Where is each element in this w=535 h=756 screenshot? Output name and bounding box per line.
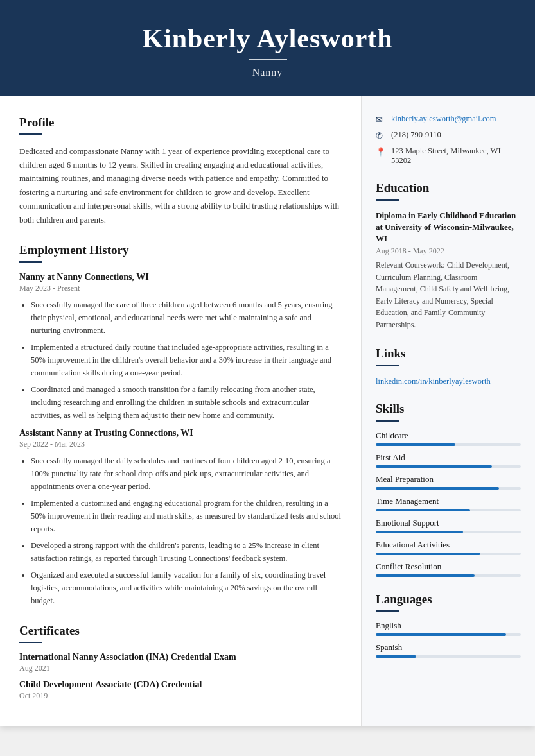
phone-icon: ✆ <box>376 131 386 141</box>
language-bar-bg <box>376 633 521 636</box>
skill-name: Educational Activities <box>376 540 521 550</box>
job-2: Assistant Nanny at Trusting Connections,… <box>19 428 342 607</box>
skill-bar-bg <box>376 509 521 511</box>
skill-name: Emotional Support <box>376 518 521 528</box>
language-bar-bg <box>376 655 521 658</box>
job-2-bullet-1: Successfully managed the daily schedules… <box>31 454 342 493</box>
languages-section: Languages English Spanish <box>376 592 521 658</box>
email-icon: ✉ <box>376 115 386 125</box>
language-item: Spanish <box>376 642 521 658</box>
edu-coursework: Relevant Coursework: Child Development, … <box>376 259 521 331</box>
edu-dates: Aug 2018 - May 2022 <box>376 246 521 256</box>
job-1-bullets: Successfully managed the care of three c… <box>19 298 342 422</box>
resume-body: Profile Dedicated and compassionate Nann… <box>0 96 535 726</box>
links-section: Links linkedin.com/in/kinberlyaylesworth <box>376 347 521 387</box>
job-1-bullet-2: Implemented a structured daily routine t… <box>31 341 342 379</box>
skills-title: Skills <box>376 402 521 416</box>
skills-rule <box>376 420 399 422</box>
resume-header: Kinberly Aylesworth Nanny <box>0 0 535 96</box>
language-bar-fill <box>376 633 506 636</box>
languages-rule <box>376 610 399 612</box>
job-1-title: Nanny at Nanny Connections, WI <box>19 272 342 282</box>
profile-rule <box>19 133 42 135</box>
job-2-bullets: Successfully managed the daily schedules… <box>19 454 342 607</box>
employment-rule <box>19 261 42 263</box>
skill-bar-bg <box>376 443 521 446</box>
job-1-bullet-1: Successfully managed the care of three c… <box>31 298 342 337</box>
skill-name: Conflict Resolution <box>376 562 521 572</box>
cert-1: International Nanny Association (INA) Cr… <box>19 652 342 673</box>
linkedin-link[interactable]: linkedin.com/in/kinberlyaylesworth <box>376 377 491 386</box>
skill-name: Childcare <box>376 431 521 441</box>
skill-bar-fill <box>376 574 475 577</box>
profile-text: Dedicated and compassionate Nanny with 1… <box>19 144 342 227</box>
job-1-dates: May 2023 - Present <box>19 284 342 293</box>
education-rule <box>376 199 399 201</box>
skill-bar-fill <box>376 531 463 533</box>
skill-item: Meal Preparation <box>376 474 521 490</box>
skill-bar-bg <box>376 465 521 468</box>
contact-section: ✉ kinberly.aylesworth@gmail.com ✆ (218) … <box>376 114 521 166</box>
skill-item: First Aid <box>376 452 521 468</box>
skills-section: Skills Childcare First Aid Meal Preparat… <box>376 402 521 577</box>
job-1: Nanny at Nanny Connections, WI May 2023 … <box>19 272 342 422</box>
links-title: Links <box>376 347 521 361</box>
language-item: English <box>376 621 521 636</box>
phone-number: (218) 790-9110 <box>391 130 441 140</box>
cert-1-title: International Nanny Association (INA) Cr… <box>19 652 342 662</box>
profile-title: Profile <box>19 116 342 130</box>
certificates-section: Certificates International Nanny Associa… <box>19 624 342 701</box>
skills-list: Childcare First Aid Meal Preparation Tim… <box>376 431 521 577</box>
skill-name: Time Management <box>376 496 521 506</box>
links-rule <box>376 365 399 366</box>
skill-bar-bg <box>376 487 521 490</box>
candidate-name: Kinberly Aylesworth <box>26 23 509 54</box>
skill-item: Educational Activities <box>376 540 521 555</box>
profile-section: Profile Dedicated and compassionate Nann… <box>19 116 342 227</box>
job-1-bullet-3: Coordinated and managed a smooth transit… <box>31 383 342 422</box>
left-column: Profile Dedicated and compassionate Nann… <box>0 96 362 726</box>
cert-2: Child Development Associate (CDA) Creden… <box>19 680 342 701</box>
skill-bar-bg <box>376 531 521 533</box>
resume-container: Kinberly Aylesworth Nanny Profile Dedica… <box>0 0 535 726</box>
skill-bar-bg <box>376 553 521 555</box>
location-icon: 📍 <box>376 147 386 157</box>
education-title: Education <box>376 181 521 195</box>
certificates-title: Certificates <box>19 624 342 638</box>
certificates-rule <box>19 642 42 644</box>
job-2-title: Assistant Nanny at Trusting Connections,… <box>19 428 342 438</box>
cert-1-date: Aug 2021 <box>19 664 342 673</box>
skill-bar-fill <box>376 465 492 468</box>
cert-2-title: Child Development Associate (CDA) Creden… <box>19 680 342 690</box>
skill-bar-fill <box>376 487 499 490</box>
contact-address: 📍 123 Maple Street, Milwaukee, WI 53202 <box>376 146 521 166</box>
skill-bar-fill <box>376 553 480 555</box>
language-bar-fill <box>376 655 416 658</box>
right-column: ✉ kinberly.aylesworth@gmail.com ✆ (218) … <box>362 96 535 726</box>
job-2-dates: Sep 2022 - Mar 2023 <box>19 440 342 449</box>
cert-2-date: Oct 2019 <box>19 691 342 701</box>
skill-item: Time Management <box>376 496 521 511</box>
languages-list: English Spanish <box>376 621 521 658</box>
edu-degree: Diploma in Early Childhood Education at … <box>376 210 521 245</box>
skill-item: Childcare <box>376 431 521 446</box>
candidate-title: Nanny <box>26 67 509 78</box>
skill-bar-fill <box>376 509 470 511</box>
contact-phone: ✆ (218) 790-9110 <box>376 130 521 141</box>
skill-item: Emotional Support <box>376 518 521 533</box>
employment-title: Employment History <box>19 243 342 257</box>
languages-title: Languages <box>376 592 521 606</box>
job-2-bullet-3: Developed a strong rapport with the chil… <box>31 539 342 565</box>
job-2-bullet-4: Organized and executed a successful fami… <box>31 569 342 607</box>
header-divider <box>249 59 287 60</box>
skill-bar-bg <box>376 574 521 577</box>
skill-item: Conflict Resolution <box>376 562 521 577</box>
employment-section: Employment History Nanny at Nanny Connec… <box>19 243 342 607</box>
education-section: Education Diploma in Early Childhood Edu… <box>376 181 521 331</box>
language-name: English <box>376 621 521 631</box>
job-2-bullet-2: Implemented a customized and engaging ed… <box>31 497 342 535</box>
address-text: 123 Maple Street, Milwaukee, WI 53202 <box>391 146 521 166</box>
language-name: Spanish <box>376 642 521 653</box>
contact-email: ✉ kinberly.aylesworth@gmail.com <box>376 114 521 125</box>
email-link[interactable]: kinberly.aylesworth@gmail.com <box>391 114 496 124</box>
